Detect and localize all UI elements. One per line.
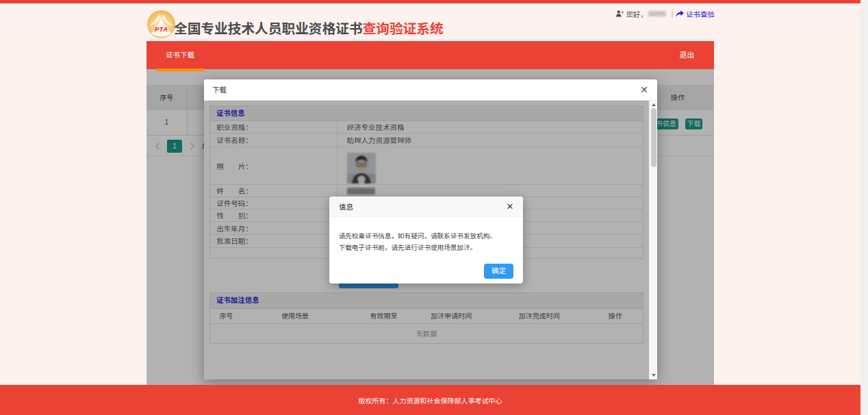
svg-text:PTA: PTA [154,25,167,32]
